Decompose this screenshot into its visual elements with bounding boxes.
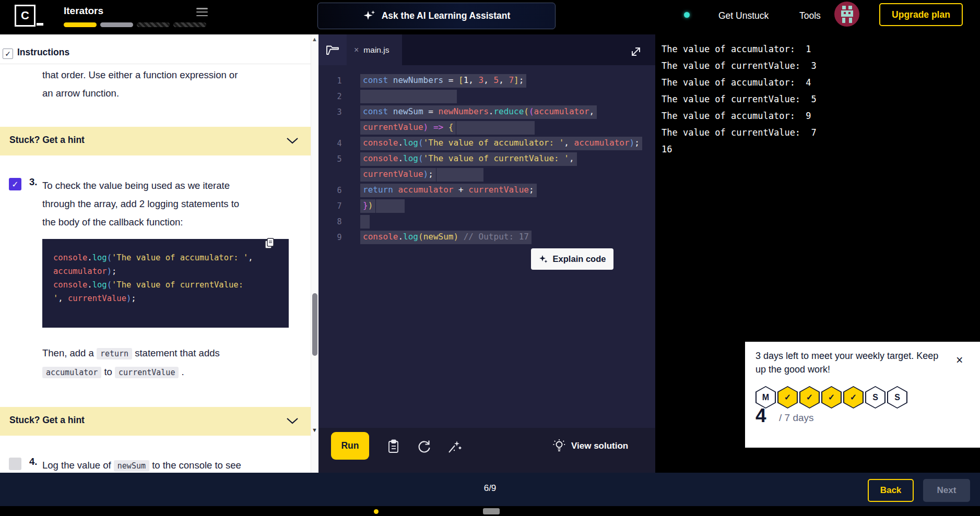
toast-message-line1: 3 days left to meet your weekly target. … xyxy=(755,351,938,362)
code-line[interactable]: 3const newSum = newNumbers.reduce((accum… xyxy=(318,104,655,120)
hint-label: Stuck? Get a hint xyxy=(9,135,85,146)
codecademy-learning-environment: C Iterators Ask the AI Learning Assistan… xyxy=(0,0,980,516)
inline-code-newsum: newSum xyxy=(114,460,149,472)
codecademy-logo-icon[interactable]: C xyxy=(15,5,36,27)
streak-total: / 7 days xyxy=(779,412,814,424)
ai-assistant-button[interactable]: Ask the AI Learning Assistant xyxy=(317,3,556,29)
tab-mainjs[interactable]: × main.js xyxy=(347,34,402,65)
step3-number: 3. xyxy=(29,176,37,188)
step3-text-line3: the body of the callback function: xyxy=(42,213,183,231)
step4-text-part: to the console to see xyxy=(149,460,241,471)
code-line[interactable]: 2 xyxy=(318,89,655,104)
user-avatar[interactable] xyxy=(834,2,859,27)
console-line: The value of currentValue: 3 xyxy=(662,61,817,71)
step3-text-line1: To check the value being used as we iter… xyxy=(42,176,230,195)
intro-text-line2: an arrow function. xyxy=(42,84,119,102)
run-button[interactable]: Run xyxy=(331,432,369,460)
streak-day-sunday: S xyxy=(887,386,907,409)
code-line-wrap[interactable]: currentValue); xyxy=(318,167,655,183)
line-number: 1 xyxy=(318,76,360,86)
streak-day-thursday: ✓ xyxy=(821,386,842,409)
instructions-checkbox[interactable]: ✓ xyxy=(3,49,13,59)
then-text-line1: Then, add a return statement that adds xyxy=(42,344,220,363)
step4-checkbox[interactable] xyxy=(9,458,21,470)
close-toast-icon[interactable]: × xyxy=(956,354,963,366)
view-solution-button[interactable]: View solution xyxy=(552,439,628,453)
console-line: 16 xyxy=(662,144,672,154)
explain-code-button[interactable]: Explain code xyxy=(531,248,613,270)
scroll-up-arrow-icon[interactable]: ▲ xyxy=(312,36,317,42)
upgrade-plan-button[interactable]: Upgrade plan xyxy=(879,3,963,26)
line-number: 6 xyxy=(318,186,360,195)
code-line[interactable]: 4console.log('The value of accumulator: … xyxy=(318,136,655,151)
taskbar-chip xyxy=(483,508,500,514)
instructions-panel: ✓ Instructions that order. Use either a … xyxy=(0,34,311,473)
lesson-title: Iterators xyxy=(64,5,103,17)
inline-code-return: return xyxy=(97,348,132,359)
code-line[interactable]: 6return accumulator + currentValue; xyxy=(318,183,655,198)
inline-code-accumulator: accumulator xyxy=(42,367,101,378)
streak-day-row: M ✓ ✓ ✓ ✓ S S xyxy=(755,386,907,409)
console-line: The value of accumulator: 9 xyxy=(662,111,811,121)
line-number: 8 xyxy=(318,217,360,226)
robot-avatar-icon xyxy=(834,2,859,27)
step3-checkbox[interactable]: ✓ xyxy=(9,178,21,190)
toast-message-line2: up the good work! xyxy=(755,364,830,375)
taskbar-dot-icon xyxy=(374,509,379,514)
file-tree-button[interactable] xyxy=(318,34,347,65)
then-text: to xyxy=(101,366,115,377)
code-line-wrap[interactable]: currentValue) => { xyxy=(318,120,655,136)
snippet-line: ', currentValue); xyxy=(53,294,136,303)
hint-label: Stuck? Get a hint xyxy=(9,415,85,426)
code-line[interactable]: 5console.log('The value of currentValue:… xyxy=(318,151,655,167)
hint-accordion-1[interactable]: Stuck? Get a hint xyxy=(0,127,311,155)
next-button[interactable]: Next xyxy=(923,479,970,502)
scroll-down-arrow-icon[interactable]: ▼ xyxy=(312,427,317,433)
instructions-scrollbar[interactable] xyxy=(311,34,319,473)
view-solution-label: View solution xyxy=(571,441,628,451)
divider xyxy=(0,64,311,64)
intro-text-line1: that order. Use either a function expres… xyxy=(42,66,238,84)
chevron-down-icon xyxy=(286,137,299,145)
reset-refresh-icon[interactable] xyxy=(417,439,432,454)
code-line[interactable]: 1const newNumbers = [1, 3, 5, 7]; xyxy=(318,73,655,89)
copy-code-icon[interactable] xyxy=(386,439,401,454)
console-line: The value of accumulator: 4 xyxy=(662,77,811,88)
hint-code-snippet: console.log('The value of accumulator: '… xyxy=(42,239,289,328)
copy-code-icon[interactable] xyxy=(264,237,275,250)
step4-text: Log the value of newSum to the console t… xyxy=(42,456,241,473)
code-line[interactable]: 7}) xyxy=(318,198,655,214)
code-line[interactable]: 8 xyxy=(318,214,655,230)
chevron-down-icon xyxy=(286,417,299,425)
close-tab-icon[interactable]: × xyxy=(354,45,359,55)
then-text: Then, add a xyxy=(42,347,97,358)
sparkle-icon xyxy=(539,255,548,264)
menu-icon[interactable] xyxy=(196,8,208,16)
console-line: The value of accumulator: 1 xyxy=(662,44,811,54)
snippet-line: console.log('The value of currentValue: xyxy=(53,280,243,290)
get-unstuck-link[interactable]: Get Unstuck xyxy=(718,10,769,21)
top-bar: C Iterators Ask the AI Learning Assistan… xyxy=(0,0,980,34)
expand-editor-icon[interactable] xyxy=(629,45,643,58)
clean-code-wand-icon[interactable] xyxy=(447,439,463,454)
tools-link[interactable]: Tools xyxy=(799,10,821,21)
hint-accordion-2[interactable]: Stuck? Get a hint xyxy=(0,407,311,436)
code-line[interactable]: 9console.log(newSum) // Output: 17 xyxy=(318,230,655,245)
console-line: The value of currentValue: 7 xyxy=(662,127,817,138)
step4-number: 4. xyxy=(29,456,37,467)
progress-segment-4 xyxy=(173,22,206,27)
ai-assistant-label: Ask the AI Learning Assistant xyxy=(382,10,511,21)
line-number: 7 xyxy=(318,201,360,211)
back-button[interactable]: Back xyxy=(868,479,914,502)
scrollbar-thumb[interactable] xyxy=(312,293,317,356)
progress-segment-3 xyxy=(137,22,170,27)
line-number: 4 xyxy=(318,139,360,148)
tab-label: main.js xyxy=(363,45,389,55)
snippet-line: accumulator); xyxy=(53,267,116,276)
line-number: 2 xyxy=(318,92,360,101)
then-text: statement that adds xyxy=(132,347,220,358)
streak-count: 4 xyxy=(755,405,766,427)
streak-day-wednesday: ✓ xyxy=(799,386,820,409)
then-text: . xyxy=(179,366,184,377)
line-number: 3 xyxy=(318,107,360,117)
